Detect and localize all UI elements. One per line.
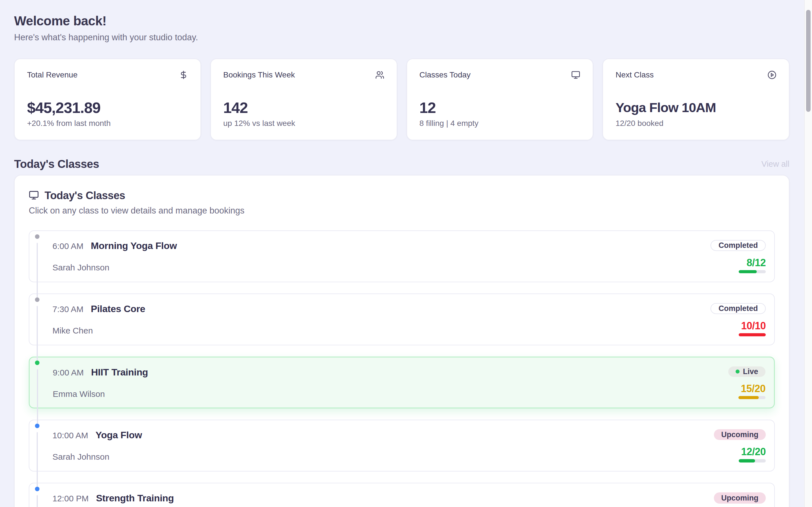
class-row-pilates-core[interactable]: 7:30 AM Pilates Core Mike Chen Completed… — [29, 293, 775, 345]
stat-label: Total Revenue — [27, 70, 78, 79]
booking-count: 15/20 — [741, 383, 765, 394]
class-name: Pilates Core — [91, 303, 145, 314]
stat-note: up 12% vs last week — [223, 119, 384, 128]
class-time: 10:00 AM — [52, 430, 88, 441]
class-name: HIIT Training — [91, 367, 148, 378]
booking-progress-fill — [739, 396, 759, 399]
dollar-sign-icon — [179, 70, 188, 80]
timeline-dot — [35, 360, 40, 365]
instructor-name: Emma Wilson — [53, 388, 148, 400]
class-name: Yoga Flow — [96, 429, 142, 441]
instructor-name: Mike Chen — [52, 325, 145, 336]
booking-progress-fill — [739, 270, 757, 274]
status-badge: Upcoming — [714, 492, 766, 504]
booking-count: 12/20 — [741, 446, 766, 457]
booking-progress-bar — [739, 333, 766, 337]
booking-progress-bar — [739, 270, 766, 274]
stat-card-classes-today: Classes Today 12 8 filling | 4 empty — [407, 59, 594, 140]
booking-count: 10/10 — [741, 320, 766, 332]
vertical-scrollbar-thumb[interactable] — [806, 10, 811, 112]
todays-classes-panel: Today's Classes Click on any class to vi… — [14, 175, 790, 507]
page-subtitle: Here's what's happening with your studio… — [14, 32, 790, 43]
class-time: 7:30 AM — [52, 304, 84, 315]
page-title: Welcome back! — [14, 13, 790, 29]
booking-progress-bar — [739, 396, 765, 399]
class-row-hiit-training[interactable]: 9:00 AM HIIT Training Emma Wilson Live 1… — [29, 356, 775, 408]
class-name: Morning Yoga Flow — [91, 240, 177, 251]
dashboard-page: Welcome back! Here's what's happening wi… — [0, 0, 812, 507]
timeline-line — [37, 369, 38, 426]
timeline-dot — [35, 487, 40, 491]
instructor-name: Sarah Johnson — [52, 262, 177, 273]
status-badge: Upcoming — [714, 429, 766, 440]
timeline-line — [37, 432, 38, 489]
status-badge: Completed — [711, 240, 766, 251]
stat-value: Yoga Flow 10AM — [615, 99, 776, 116]
status-badge: Live — [728, 367, 765, 377]
stat-label: Next Class — [615, 70, 654, 79]
live-dot-icon — [735, 370, 740, 374]
section-heading: Today's Classes — [14, 158, 99, 170]
class-row-strength-training[interactable]: 12:00 PM Strength Training Upcoming — [29, 483, 775, 507]
stat-note: +20.1% from last month — [27, 119, 188, 128]
view-all-link[interactable]: View all — [762, 159, 790, 169]
timeline-dot — [35, 234, 40, 239]
timeline-dot — [35, 424, 40, 428]
stat-card-next-class: Next Class Yoga Flow 10AM 12/20 booked — [603, 59, 790, 140]
stats-row: Total Revenue $45,231.89 +20.1% from las… — [14, 59, 790, 140]
stat-value: 12 — [419, 99, 580, 116]
stat-value: 142 — [223, 99, 384, 116]
booking-progress-fill — [739, 333, 766, 337]
stat-note: 12/20 booked — [615, 119, 776, 128]
timeline-dot — [35, 297, 40, 302]
timeline-line — [37, 495, 38, 507]
vertical-scrollbar-track[interactable] — [804, 0, 812, 507]
circle-play-icon — [767, 70, 776, 80]
class-row-morning-yoga-flow[interactable]: 6:00 AM Morning Yoga Flow Sarah Johnson … — [29, 230, 775, 282]
stat-value: $45,231.89 — [27, 99, 188, 116]
instructor-name: Sarah Johnson — [52, 451, 142, 462]
stat-label: Classes Today — [419, 70, 471, 79]
class-list: 6:00 AM Morning Yoga Flow Sarah Johnson … — [29, 230, 775, 507]
panel-subtitle: Click on any class to view details and m… — [29, 206, 775, 216]
timeline-line — [37, 306, 38, 362]
users-icon — [375, 70, 384, 80]
section-header-row: Today's Classes View all — [14, 158, 790, 170]
class-row-yoga-flow[interactable]: 10:00 AM Yoga Flow Sarah Johnson Upcomin… — [29, 420, 775, 471]
monitor-icon — [571, 70, 580, 80]
stat-label: Bookings This Week — [223, 70, 295, 79]
booking-count: 8/12 — [747, 257, 766, 269]
monitor-icon — [29, 190, 39, 202]
timeline-line — [37, 243, 38, 299]
booking-progress-fill — [739, 459, 755, 462]
status-badge: Completed — [711, 303, 766, 314]
class-name: Strength Training — [96, 492, 174, 504]
stat-note: 8 filling | 4 empty — [419, 119, 580, 128]
panel-title: Today's Classes — [45, 189, 125, 202]
class-time: 9:00 AM — [53, 367, 84, 378]
stat-card-total-revenue: Total Revenue $45,231.89 +20.1% from las… — [14, 59, 201, 140]
class-time: 6:00 AM — [52, 240, 84, 252]
class-time: 12:00 PM — [52, 493, 89, 504]
booking-progress-bar — [739, 459, 766, 462]
stat-card-bookings-week: Bookings This Week 142 up 12% vs last we… — [210, 59, 397, 140]
